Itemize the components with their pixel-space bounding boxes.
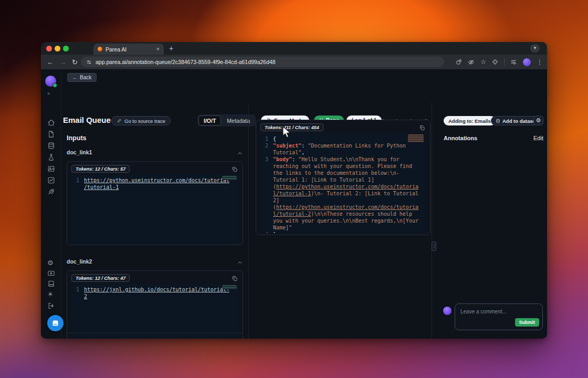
queue-settings-icon[interactable]: ⚙	[533, 116, 543, 125]
output-card: Tokens: 111 / Chars: 454 1{2"subject": "…	[256, 120, 430, 235]
desktop-wallpaper: Parea AI × + ▾ ← → ↻ app.parea.ai/annota…	[0, 0, 588, 378]
submit-comment-button[interactable]: Submit	[515, 318, 540, 327]
code-text: "body": "Hello Student,\n\nThank you for…	[273, 156, 426, 231]
browser-profile-avatar[interactable]	[523, 58, 531, 66]
collapse-chevron-icon[interactable]	[237, 149, 243, 155]
new-tab-button[interactable]: +	[169, 45, 173, 52]
reload-icon[interactable]: ↻	[72, 59, 78, 66]
tab-close-icon[interactable]: ×	[156, 46, 160, 52]
panel-drag-handle[interactable]: ⋮	[432, 242, 436, 251]
playground-icon[interactable]	[47, 165, 56, 173]
minimize-window-button[interactable]	[55, 46, 60, 51]
line-number: 4	[260, 231, 273, 233]
lab-icon[interactable]	[47, 153, 56, 162]
line-number: 1	[71, 286, 84, 300]
input-section-label: doc_link2	[67, 258, 92, 265]
close-window-button[interactable]	[46, 46, 52, 51]
logs-icon[interactable]	[47, 130, 56, 139]
eye-off-icon[interactable]	[468, 59, 475, 66]
browser-tab[interactable]: Parea AI ×	[93, 44, 164, 55]
copy-icon[interactable]	[232, 165, 238, 172]
tokens-badge: Tokens: 111 / Chars: 454	[260, 123, 323, 131]
go-to-source-trace-button[interactable]: Go to source trace	[111, 116, 171, 125]
dataset-icon	[496, 119, 500, 123]
page-title: Email Queue	[63, 116, 111, 124]
tab-search-icon[interactable]: ▾	[530, 44, 540, 52]
url-text: app.parea.ai/annotation-queue/2c384673-8…	[96, 59, 276, 65]
share-icon[interactable]	[456, 59, 462, 65]
source-trace-label: Go to source trace	[124, 118, 165, 124]
adding-to-button[interactable]: Adding to: Emails	[444, 116, 496, 125]
editor-minimap	[222, 285, 237, 289]
extensions-icon[interactable]	[492, 59, 498, 65]
app-sidebar: » ⚙	[41, 69, 61, 339]
editor-minimap	[222, 176, 237, 180]
back-label: Back	[80, 75, 91, 80]
settings-gear-icon[interactable]: ⚙	[47, 259, 54, 267]
url-omnibox[interactable]: app.parea.ai/annotation-queue/2c384673-8…	[81, 57, 444, 67]
output-annotations-divider[interactable]	[432, 103, 432, 339]
collapse-chevron-icon[interactable]	[237, 258, 243, 265]
tab-iot[interactable]: I/O/T	[198, 116, 221, 125]
code-editor-doc-link1[interactable]: 1 https://python.useinstructor.com/docs/…	[71, 175, 238, 244]
input-card-doc-link1: Tokens: 12 / Chars: 57 1 https://python.…	[67, 161, 243, 245]
back-button[interactable]: ← Back	[67, 73, 97, 82]
tokens-badge: Tokens: 12 / Chars: 47	[71, 274, 130, 282]
expand-sidebar-icon[interactable]: »	[47, 91, 50, 96]
code-editor-doc-link2[interactable]: 1 https://jxnl.github.io/docs/tutorial/t…	[71, 284, 238, 339]
app-content: » ⚙	[41, 69, 547, 339]
theme-sun-icon[interactable]: ☀	[47, 290, 54, 298]
home-icon[interactable]	[47, 119, 56, 127]
input-card-doc-link2: Tokens: 12 / Chars: 47 1 https://jxnl.gi…	[67, 270, 243, 339]
support-chat-widget[interactable]	[47, 315, 64, 331]
online-status-badge	[52, 83, 57, 88]
tab-title: Parea AI	[106, 46, 153, 52]
logout-icon[interactable]	[47, 302, 56, 310]
browser-action-icons: ☆ ⋮	[456, 55, 543, 69]
bookmark-star-icon[interactable]: ☆	[480, 58, 486, 66]
tutorials-video-icon[interactable]	[47, 269, 56, 278]
browser-menu-icon[interactable]: ⋮	[537, 58, 543, 66]
code-editor-output[interactable]: 1{2"subject": "Documentation Links for P…	[260, 133, 426, 233]
line-number: 1	[260, 135, 273, 142]
code-line: 1 https://python.useinstructor.com/docs/…	[71, 177, 238, 191]
line-number: 1	[71, 177, 84, 191]
tab-metadata[interactable]: Metadata	[222, 116, 255, 125]
annotations-edit-link[interactable]: Edit	[533, 135, 543, 141]
link-icon	[117, 118, 122, 123]
back-nav-icon[interactable]: ←	[47, 59, 54, 66]
browser-tabstrip: Parea AI × + ▾	[41, 42, 547, 55]
evals-chart-icon[interactable]	[47, 176, 56, 185]
datasets-icon[interactable]	[47, 142, 56, 150]
add-to-dataset-label: Add to dataset	[502, 118, 537, 124]
parea-favicon	[98, 47, 102, 51]
line-number: 3	[260, 156, 273, 231]
forward-nav-icon[interactable]: →	[59, 59, 66, 66]
deploy-rocket-icon[interactable]	[47, 188, 56, 196]
tokens-badge: Tokens: 12 / Chars: 57	[71, 165, 130, 173]
copy-icon[interactable]	[232, 275, 238, 281]
docs-book-icon[interactable]	[47, 280, 56, 288]
inputs-output-divider[interactable]	[248, 103, 249, 339]
annotations-header: Annotations	[444, 135, 477, 141]
comment-composer: Submit	[455, 303, 543, 330]
code-line: 4}	[260, 231, 426, 233]
mouse-cursor	[282, 126, 291, 139]
zoom-window-button[interactable]	[63, 46, 69, 51]
code-line: 3"body": "Hello Student,\n\nThank you fo…	[260, 156, 426, 231]
site-settings-icon[interactable]	[86, 59, 92, 65]
code-text: https://python.useinstructor.com/docs/tu…	[84, 177, 238, 191]
view-switcher: I/O/T Metadata	[197, 114, 256, 127]
copy-icon[interactable]	[419, 124, 425, 131]
workspace-avatar[interactable]	[45, 76, 56, 87]
adding-to-label: Adding to: Emails	[448, 118, 491, 124]
comment-avatar	[443, 307, 452, 315]
code-text: }	[273, 231, 426, 233]
code-line: 1 https://jxnl.github.io/docs/tutorial/t…	[71, 286, 238, 300]
output-code: 1{2"subject": "Documentation Links for P…	[260, 135, 426, 233]
line-number: 2	[260, 142, 273, 156]
browser-window: Parea AI × + ▾ ← → ↻ app.parea.ai/annota…	[41, 42, 547, 339]
code-text: {	[273, 135, 426, 142]
editor-minimap	[408, 134, 424, 142]
media-controls-icon[interactable]	[510, 59, 517, 66]
